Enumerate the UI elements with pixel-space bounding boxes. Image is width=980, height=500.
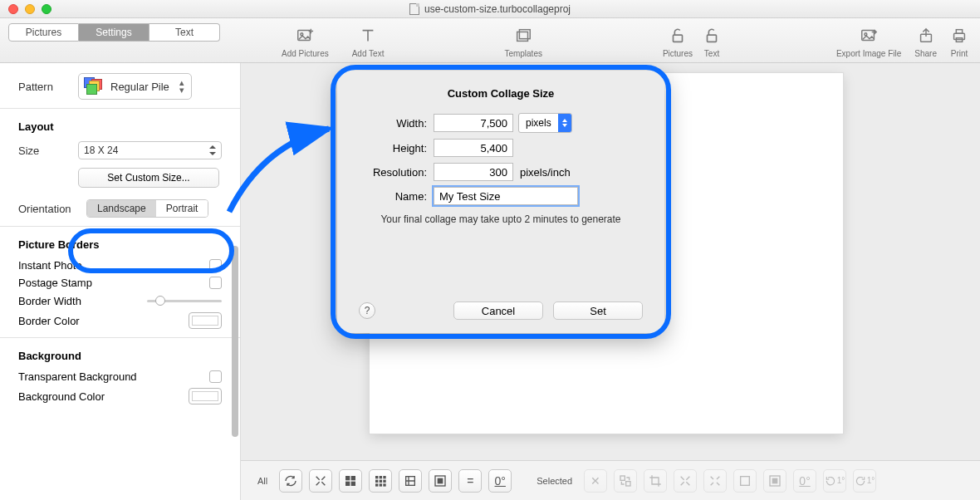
fit-button[interactable]: [309, 469, 332, 493]
selected-label: Selected: [537, 476, 572, 486]
unlock-text-icon[interactable]: [703, 24, 721, 47]
toolbar-add-pictures[interactable]: Add Pictures: [282, 18, 329, 63]
set-custom-size-button[interactable]: Set Custom Size...: [78, 168, 219, 188]
border-color-well[interactable]: [189, 312, 222, 329]
grid-2x2-button[interactable]: [339, 469, 362, 493]
settings-sidebar: Pattern Regular Pile ▴▾ Layout Size 18 X…: [0, 63, 241, 500]
sel-fit-button[interactable]: [674, 469, 697, 493]
height-input[interactable]: [434, 139, 513, 157]
window-titlebar: use-custom-size.turbocollageproj: [0, 0, 980, 18]
background-section-title: Background: [18, 350, 222, 362]
postage-stamp-checkbox[interactable]: [209, 277, 222, 289]
svg-rect-22: [375, 483, 378, 486]
chevron-updown-icon: ▴▾: [178, 79, 186, 94]
name-input[interactable]: [434, 187, 578, 205]
tab-text[interactable]: Text: [149, 23, 220, 42]
export-image-icon: [860, 24, 878, 47]
svg-rect-15: [351, 481, 355, 485]
svg-rect-24: [384, 483, 386, 486]
toolbar-lock-group: Pictures Text: [663, 18, 721, 63]
postage-stamp-label: Postage Stamp: [18, 277, 92, 289]
toolbar-add-text[interactable]: Add Text: [352, 18, 385, 63]
center-button[interactable]: [429, 469, 452, 493]
delete-button[interactable]: ✕: [584, 469, 607, 493]
svg-rect-9: [954, 33, 965, 39]
svg-rect-20: [380, 479, 382, 482]
orientation-label: Orientation: [18, 203, 83, 215]
border-color-label: Border Color: [18, 315, 80, 327]
svg-rect-4: [673, 35, 682, 42]
background-color-well[interactable]: [189, 388, 222, 404]
unlock-pictures-icon[interactable]: [663, 24, 693, 47]
orientation-landscape[interactable]: Landscape: [87, 200, 156, 217]
print-icon: [950, 24, 968, 47]
resolution-input[interactable]: [434, 163, 513, 181]
window-title: use-custom-size.turbocollageproj: [424, 3, 571, 15]
cancel-button[interactable]: Cancel: [453, 301, 543, 320]
templates-icon: [514, 24, 532, 47]
svg-rect-5: [708, 35, 717, 42]
orientation-segment: Landscape Portrait: [86, 199, 208, 218]
all-label: All: [257, 476, 267, 486]
image-plus-icon: [296, 24, 314, 47]
instant-photo-checkbox[interactable]: [209, 259, 222, 272]
layout-section-title: Layout: [18, 120, 222, 133]
svg-rect-23: [380, 483, 382, 486]
pattern-select[interactable]: Regular Pile ▴▾: [78, 73, 192, 100]
svg-rect-19: [375, 479, 378, 482]
dialog-title: Custom Collage Size: [359, 87, 643, 100]
transparent-bg-checkbox[interactable]: [209, 370, 222, 383]
svg-rect-21: [384, 479, 386, 482]
set-button[interactable]: Set: [553, 301, 643, 320]
svg-rect-18: [384, 476, 386, 478]
shuffle-button[interactable]: [279, 469, 302, 493]
left-tab-switcher: Pictures Settings Text: [8, 23, 220, 42]
border-width-label: Border Width: [18, 295, 81, 307]
svg-rect-2: [517, 32, 528, 41]
help-button[interactable]: ?: [359, 302, 375, 319]
borders-section-title: Picture Borders: [18, 238, 222, 251]
instant-photo-label: Instant Photo: [18, 259, 82, 272]
unit-select[interactable]: pixels: [518, 113, 572, 133]
sel-center-button[interactable]: [763, 469, 786, 493]
height-label: Height:: [359, 142, 427, 154]
svg-rect-28: [620, 476, 625, 480]
svg-rect-10: [956, 29, 962, 33]
reset-angle-button[interactable]: 0°: [488, 469, 512, 493]
svg-rect-30: [741, 476, 750, 485]
text-icon: [359, 24, 377, 47]
resolution-unit: pixels/inch: [520, 166, 571, 179]
equal-button[interactable]: =: [458, 469, 482, 493]
rotate-cw-button[interactable]: 1°: [853, 469, 876, 493]
swap-button[interactable]: [614, 469, 637, 493]
sidebar-scrollbar[interactable]: [232, 246, 238, 437]
grid-3x3-button[interactable]: [369, 469, 392, 493]
toolbar-print[interactable]: Print: [950, 18, 968, 63]
svg-rect-29: [626, 481, 630, 485]
orientation-portrait[interactable]: Portrait: [156, 200, 208, 217]
size-label: Size: [18, 145, 78, 157]
sel-shrink-button[interactable]: [703, 469, 727, 493]
fill-button[interactable]: [399, 469, 422, 493]
toolbar-share[interactable]: Share: [914, 18, 937, 63]
rotate-ccw-button[interactable]: 1°: [823, 469, 846, 493]
resolution-label: Resolution:: [359, 166, 427, 179]
crop-button[interactable]: [644, 469, 667, 493]
tab-settings[interactable]: Settings: [79, 23, 149, 42]
background-color-label: Background Color: [18, 390, 105, 403]
sel-reset-angle-button[interactable]: 0°: [793, 469, 816, 493]
svg-rect-32: [772, 478, 777, 483]
toolbar-templates[interactable]: Templates: [504, 18, 542, 63]
unit-value: pixels: [519, 115, 558, 130]
dialog-hint: Your final collage may take upto 2 minut…: [359, 213, 643, 225]
svg-rect-17: [380, 476, 382, 478]
tab-pictures[interactable]: Pictures: [8, 23, 79, 42]
name-label: Name:: [359, 190, 427, 203]
sel-fill-button[interactable]: [733, 469, 757, 493]
width-input[interactable]: [434, 114, 513, 132]
document-icon: [409, 3, 419, 15]
border-width-slider[interactable]: [147, 294, 222, 307]
size-select[interactable]: 18 X 24: [78, 141, 222, 159]
transparent-bg-label: Transparent Background: [18, 370, 137, 383]
toolbar-export[interactable]: Export Image File: [836, 18, 901, 63]
